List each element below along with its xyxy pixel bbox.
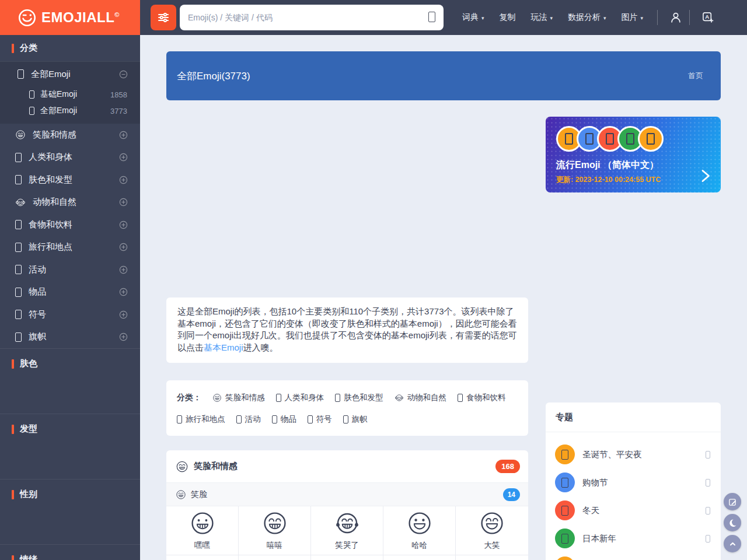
sidebar-item-travel-places[interactable]: 旅行和地点 [0, 236, 140, 259]
promo-emoji-circles [556, 126, 711, 152]
sidebar-section-gender: 性别 [0, 479, 140, 544]
plus-circle-icon[interactable] [118, 152, 128, 162]
basic-emoji-link[interactable]: 基本Emoji [204, 342, 243, 352]
sidebar-item-flags[interactable]: 旗帜 [0, 326, 140, 349]
category-label: 符号 [316, 414, 332, 425]
sidebar-item-label: 基础Emoji [40, 89, 77, 100]
sidebar-item-symbols[interactable]: 符号 [0, 303, 140, 326]
topic-item-japanese-new-year[interactable]: 日本新年 [546, 524, 721, 552]
emoji-cell-grinning-face[interactable]: 嘿嘿 [166, 506, 239, 555]
topic-item-partial[interactable] [546, 552, 721, 560]
sidebar-item-all-emoji-sub[interactable]: 全部Emoji 3773 [0, 103, 140, 119]
sidebar-item-basic-emoji[interactable]: 基础Emoji 1858 [0, 86, 140, 103]
nav-images[interactable]: 图片▾ [622, 12, 644, 23]
subsection-title: 笑脸 [191, 489, 498, 500]
tofu-emoji-icon [15, 175, 22, 184]
sidebar-item-animals-nature[interactable]: 动物和自然 [0, 191, 140, 214]
nav-play[interactable]: 玩法▾ [531, 12, 553, 23]
sidebar-item-food-drink[interactable]: 食物和饮料 [0, 214, 140, 236]
tofu-emoji-icon [18, 69, 24, 79]
plus-circle-icon[interactable] [118, 242, 128, 252]
topic-label: 日本新年 [582, 533, 698, 544]
category-link-objects[interactable]: 物品 [272, 414, 296, 425]
plus-circle-icon[interactable] [118, 130, 128, 140]
plus-circle-icon[interactable] [118, 265, 128, 275]
topic-emoji-circle [555, 444, 575, 464]
sidebar-item-people-body[interactable]: 人类和身体 [0, 146, 140, 169]
description-text: 进入噢。 [243, 342, 278, 352]
category-link-activities[interactable]: 活动 [236, 414, 261, 425]
popular-emoji-card[interactable]: 流行Emoji （简体中文） 更新: 2023-12-10 00:24:55 U… [546, 117, 721, 192]
emoji-cell-partial [456, 555, 528, 560]
section-header-smileys-emotion[interactable]: 笑脸和情感 168 [166, 450, 528, 483]
search-filter-button[interactable] [151, 5, 176, 30]
subsection-header-smileys[interactable]: 笑脸 14 [166, 483, 528, 506]
category-link-food-drink[interactable]: 食物和饮料 [458, 393, 506, 403]
sidebar-item-skin-hair[interactable]: 肤色和发型 [0, 169, 140, 191]
user-button[interactable] [669, 11, 682, 24]
main-nav: 词典▾ 复制 玩法▾ 数据分析▾ 图片▾ [462, 12, 643, 23]
emoji-cell-smiling-face[interactable]: 哈哈 [383, 506, 456, 555]
plus-circle-icon[interactable] [118, 287, 128, 297]
sidebar-item-all-emoji[interactable]: 全部Emoji [0, 62, 140, 86]
tofu-emoji-icon [335, 394, 340, 402]
category-link-symbols[interactable]: 符号 [308, 414, 332, 425]
scroll-to-top-button[interactable] [724, 535, 741, 552]
nav-copy[interactable]: 复制 [500, 12, 516, 23]
scroll-top-icon [728, 539, 738, 549]
category-label: 动物和自然 [407, 393, 447, 403]
topic-label: 购物节 [582, 477, 698, 488]
nav-label: 词典 [462, 12, 479, 23]
sidebar: 分类 全部Emoji 基础Emoji 1858 全部Emoji 3773 笑脸和… [0, 35, 140, 560]
category-link-skin-hair[interactable]: 肤色和发型 [335, 393, 383, 403]
logo[interactable]: EMOJIALL© [0, 0, 140, 35]
user-icon [669, 11, 682, 24]
tofu-emoji-icon [29, 90, 34, 99]
search-input[interactable] [180, 5, 444, 30]
tofu-emoji-icon [177, 415, 182, 424]
topic-item-winter[interactable]: 冬天 [546, 496, 721, 524]
category-link-people-body[interactable]: 人类和身体 [276, 393, 324, 403]
emoji-cell-partial [239, 555, 311, 560]
nav-data-analysis[interactable]: 数据分析▾ [568, 12, 606, 23]
minus-circle-icon[interactable] [118, 69, 128, 79]
category-label: 物品 [281, 414, 296, 425]
dark-mode-button[interactable] [724, 514, 741, 531]
category-label: 人类和身体 [285, 393, 324, 403]
chevron-right-icon[interactable] [697, 168, 713, 184]
plus-circle-icon[interactable] [118, 220, 128, 230]
sidebar-item-smileys-emotion[interactable]: 笑脸和情感 [0, 124, 140, 146]
emoji-cell-beaming-face[interactable]: 嘻嘻 [239, 506, 311, 555]
emoji-cell-tears-of-joy[interactable]: 笑哭了 [311, 506, 383, 555]
language-button[interactable] [701, 11, 714, 24]
category-link-travel-places[interactable]: 旅行和地点 [177, 414, 225, 425]
emoji-cell-partial [311, 555, 383, 560]
home-link[interactable]: 首页 [688, 71, 703, 81]
category-link-smileys-emotion[interactable]: 笑脸和情感 [212, 393, 265, 403]
emoji-label: 嘿嘿 [194, 540, 210, 551]
categories-row: 旅行和地点 活动 物品 符号 旗帜 [177, 410, 518, 429]
plus-circle-icon[interactable] [118, 332, 128, 342]
monkey-face-icon [395, 393, 404, 402]
section-title-row: 肤色 [0, 358, 140, 369]
category-link-flags[interactable]: 旗帜 [343, 414, 368, 425]
sidebar-item-objects[interactable]: 物品 [0, 281, 140, 304]
plus-circle-icon[interactable] [118, 175, 128, 185]
beaming-face-icon [15, 130, 26, 140]
winking-smiley-icon [18, 8, 37, 27]
item-count: 3773 [110, 107, 127, 116]
section-title-row: 发型 [0, 424, 140, 435]
emoji-grid: 嘿嘿 嘻嘻 笑哭了 哈哈 大笑 [166, 506, 528, 560]
topic-item-shopping-festival[interactable]: 购物节 [546, 468, 721, 496]
feedback-edit-button[interactable] [724, 493, 741, 510]
category-link-animals-nature[interactable]: 动物和自然 [395, 393, 447, 403]
sidebar-item-label: 笑脸和情感 [33, 130, 113, 141]
topic-label: 圣诞节、平安夜 [582, 449, 698, 460]
tofu-emoji-icon [585, 133, 594, 145]
nav-dictionary[interactable]: 词典▾ [462, 12, 484, 23]
emoji-cell-laughing-face[interactable]: 大笑 [456, 506, 528, 555]
topic-item-christmas[interactable]: 圣诞节、平安夜 [546, 440, 721, 468]
plus-circle-icon[interactable] [118, 310, 128, 320]
sidebar-item-activities[interactable]: 活动 [0, 258, 140, 281]
plus-circle-icon[interactable] [118, 197, 128, 207]
